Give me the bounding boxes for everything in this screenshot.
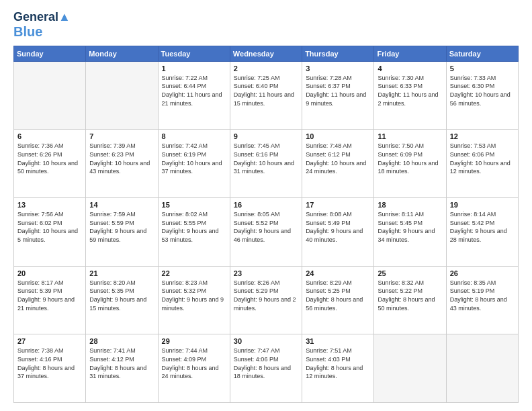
cell-info: Sunrise: 7:47 AM Sunset: 4:06 PM Dayligh… bbox=[234, 347, 298, 380]
calendar-cell: 15Sunrise: 8:02 AM Sunset: 5:55 PM Dayli… bbox=[158, 198, 230, 267]
page: General▲ Blue SundayMondayTuesdayWednesd… bbox=[0, 0, 532, 411]
calendar-cell: 25Sunrise: 8:32 AM Sunset: 5:22 PM Dayli… bbox=[374, 266, 446, 334]
day-number: 4 bbox=[378, 64, 442, 73]
calendar-header-row: SundayMondayTuesdayWednesdayThursdayFrid… bbox=[14, 46, 519, 61]
calendar-cell: 22Sunrise: 8:23 AM Sunset: 5:32 PM Dayli… bbox=[158, 266, 230, 334]
day-number: 28 bbox=[89, 337, 154, 345]
calendar-cell: 18Sunrise: 8:11 AM Sunset: 5:45 PM Dayli… bbox=[374, 198, 446, 267]
day-header-wednesday: Wednesday bbox=[230, 46, 302, 61]
day-number: 10 bbox=[306, 132, 370, 140]
day-header-thursday: Thursday bbox=[302, 46, 374, 61]
day-number: 11 bbox=[378, 132, 442, 140]
cell-info: Sunrise: 7:51 AM Sunset: 4:03 PM Dayligh… bbox=[306, 347, 370, 380]
cell-info: Sunrise: 7:22 AM Sunset: 6:44 PM Dayligh… bbox=[162, 74, 226, 107]
calendar-cell bbox=[14, 61, 86, 130]
cell-info: Sunrise: 7:45 AM Sunset: 6:16 PM Dayligh… bbox=[234, 142, 298, 175]
day-number: 17 bbox=[306, 201, 370, 209]
calendar-week-2: 13Sunrise: 7:56 AM Sunset: 6:02 PM Dayli… bbox=[14, 198, 519, 267]
day-number: 22 bbox=[162, 269, 226, 277]
cell-info: Sunrise: 7:28 AM Sunset: 6:37 PM Dayligh… bbox=[306, 74, 370, 107]
day-number: 14 bbox=[89, 201, 154, 209]
calendar-cell: 31Sunrise: 7:51 AM Sunset: 4:03 PM Dayli… bbox=[302, 334, 374, 403]
calendar-cell: 26Sunrise: 8:35 AM Sunset: 5:19 PM Dayli… bbox=[446, 266, 518, 334]
day-number: 19 bbox=[450, 201, 515, 209]
calendar-cell: 29Sunrise: 7:44 AM Sunset: 4:09 PM Dayli… bbox=[158, 334, 230, 403]
cell-info: Sunrise: 7:38 AM Sunset: 4:16 PM Dayligh… bbox=[17, 347, 82, 380]
day-number: 13 bbox=[17, 201, 82, 209]
logo-blue: Blue bbox=[13, 24, 42, 39]
day-number: 6 bbox=[17, 132, 82, 140]
day-number: 3 bbox=[306, 64, 370, 73]
cell-info: Sunrise: 8:20 AM Sunset: 5:35 PM Dayligh… bbox=[89, 279, 154, 312]
day-number: 1 bbox=[162, 64, 226, 73]
day-header-monday: Monday bbox=[86, 46, 158, 61]
day-header-tuesday: Tuesday bbox=[158, 46, 230, 61]
cell-info: Sunrise: 8:08 AM Sunset: 5:49 PM Dayligh… bbox=[306, 210, 370, 244]
cell-info: Sunrise: 8:17 AM Sunset: 5:39 PM Dayligh… bbox=[17, 279, 82, 312]
cell-info: Sunrise: 8:05 AM Sunset: 5:52 PM Dayligh… bbox=[234, 210, 298, 244]
calendar-cell: 30Sunrise: 7:47 AM Sunset: 4:06 PM Dayli… bbox=[230, 334, 302, 403]
cell-info: Sunrise: 7:36 AM Sunset: 6:26 PM Dayligh… bbox=[17, 142, 82, 175]
cell-info: Sunrise: 7:25 AM Sunset: 6:40 PM Dayligh… bbox=[234, 74, 298, 107]
calendar-cell: 4Sunrise: 7:30 AM Sunset: 6:33 PM Daylig… bbox=[374, 61, 446, 130]
calendar-week-4: 27Sunrise: 7:38 AM Sunset: 4:16 PM Dayli… bbox=[14, 334, 519, 403]
calendar-cell bbox=[86, 61, 158, 130]
cell-info: Sunrise: 8:35 AM Sunset: 5:19 PM Dayligh… bbox=[450, 279, 515, 312]
cell-info: Sunrise: 7:44 AM Sunset: 4:09 PM Dayligh… bbox=[162, 347, 226, 380]
calendar-cell: 3Sunrise: 7:28 AM Sunset: 6:37 PM Daylig… bbox=[302, 61, 374, 130]
day-number: 24 bbox=[306, 269, 370, 277]
day-number: 31 bbox=[306, 337, 370, 345]
day-number: 7 bbox=[89, 132, 154, 140]
cell-info: Sunrise: 7:39 AM Sunset: 6:23 PM Dayligh… bbox=[89, 142, 154, 175]
cell-info: Sunrise: 7:41 AM Sunset: 4:12 PM Dayligh… bbox=[89, 347, 154, 380]
day-number: 20 bbox=[17, 269, 82, 277]
day-number: 8 bbox=[162, 132, 226, 140]
day-number: 26 bbox=[450, 269, 515, 277]
calendar-cell: 19Sunrise: 8:14 AM Sunset: 5:42 PM Dayli… bbox=[446, 198, 518, 267]
day-number: 27 bbox=[17, 337, 82, 345]
calendar-cell: 20Sunrise: 8:17 AM Sunset: 5:39 PM Dayli… bbox=[14, 266, 86, 334]
cell-info: Sunrise: 8:29 AM Sunset: 5:25 PM Dayligh… bbox=[306, 279, 370, 312]
day-number: 21 bbox=[89, 269, 154, 277]
calendar-week-1: 6Sunrise: 7:36 AM Sunset: 6:26 PM Daylig… bbox=[14, 130, 519, 198]
calendar-cell: 24Sunrise: 8:29 AM Sunset: 5:25 PM Dayli… bbox=[302, 266, 374, 334]
cell-info: Sunrise: 8:02 AM Sunset: 5:55 PM Dayligh… bbox=[162, 210, 226, 244]
cell-info: Sunrise: 7:53 AM Sunset: 6:06 PM Dayligh… bbox=[450, 142, 515, 175]
calendar-cell: 7Sunrise: 7:39 AM Sunset: 6:23 PM Daylig… bbox=[86, 130, 158, 198]
cell-info: Sunrise: 7:33 AM Sunset: 6:30 PM Dayligh… bbox=[450, 74, 515, 107]
calendar-cell: 23Sunrise: 8:26 AM Sunset: 5:29 PM Dayli… bbox=[230, 266, 302, 334]
day-header-sunday: Sunday bbox=[14, 46, 86, 61]
day-header-saturday: Saturday bbox=[446, 46, 518, 61]
calendar-cell: 17Sunrise: 8:08 AM Sunset: 5:49 PM Dayli… bbox=[302, 198, 374, 267]
logo-text: General▲ bbox=[13, 11, 71, 24]
calendar-cell: 11Sunrise: 7:50 AM Sunset: 6:09 PM Dayli… bbox=[374, 130, 446, 198]
calendar-cell: 28Sunrise: 7:41 AM Sunset: 4:12 PM Dayli… bbox=[86, 334, 158, 403]
logo: General▲ Blue bbox=[13, 11, 71, 39]
calendar-cell: 8Sunrise: 7:42 AM Sunset: 6:19 PM Daylig… bbox=[158, 130, 230, 198]
cell-info: Sunrise: 8:11 AM Sunset: 5:45 PM Dayligh… bbox=[378, 210, 442, 244]
calendar-week-3: 20Sunrise: 8:17 AM Sunset: 5:39 PM Dayli… bbox=[14, 266, 519, 334]
day-number: 25 bbox=[378, 269, 442, 277]
day-number: 29 bbox=[162, 337, 226, 345]
calendar-cell bbox=[446, 334, 518, 403]
calendar-cell: 2Sunrise: 7:25 AM Sunset: 6:40 PM Daylig… bbox=[230, 61, 302, 130]
cell-info: Sunrise: 8:26 AM Sunset: 5:29 PM Dayligh… bbox=[234, 279, 298, 312]
calendar-cell: 12Sunrise: 7:53 AM Sunset: 6:06 PM Dayli… bbox=[446, 130, 518, 198]
calendar-cell: 1Sunrise: 7:22 AM Sunset: 6:44 PM Daylig… bbox=[158, 61, 230, 130]
day-number: 12 bbox=[450, 132, 515, 140]
calendar-cell: 27Sunrise: 7:38 AM Sunset: 4:16 PM Dayli… bbox=[14, 334, 86, 403]
calendar-cell: 13Sunrise: 7:56 AM Sunset: 6:02 PM Dayli… bbox=[14, 198, 86, 267]
cell-info: Sunrise: 7:59 AM Sunset: 5:59 PM Dayligh… bbox=[89, 210, 154, 244]
calendar-cell: 9Sunrise: 7:45 AM Sunset: 6:16 PM Daylig… bbox=[230, 130, 302, 198]
calendar-cell bbox=[374, 334, 446, 403]
cell-info: Sunrise: 8:23 AM Sunset: 5:32 PM Dayligh… bbox=[162, 279, 226, 312]
day-number: 30 bbox=[234, 337, 298, 345]
calendar-cell: 6Sunrise: 7:36 AM Sunset: 6:26 PM Daylig… bbox=[14, 130, 86, 198]
cell-info: Sunrise: 8:14 AM Sunset: 5:42 PM Dayligh… bbox=[450, 210, 515, 244]
header: General▲ Blue bbox=[13, 11, 519, 39]
calendar-table: SundayMondayTuesdayWednesdayThursdayFrid… bbox=[13, 46, 519, 403]
cell-info: Sunrise: 7:50 AM Sunset: 6:09 PM Dayligh… bbox=[378, 142, 442, 175]
calendar-cell: 5Sunrise: 7:33 AM Sunset: 6:30 PM Daylig… bbox=[446, 61, 518, 130]
cell-info: Sunrise: 8:32 AM Sunset: 5:22 PM Dayligh… bbox=[378, 279, 442, 312]
cell-info: Sunrise: 7:56 AM Sunset: 6:02 PM Dayligh… bbox=[17, 210, 82, 244]
